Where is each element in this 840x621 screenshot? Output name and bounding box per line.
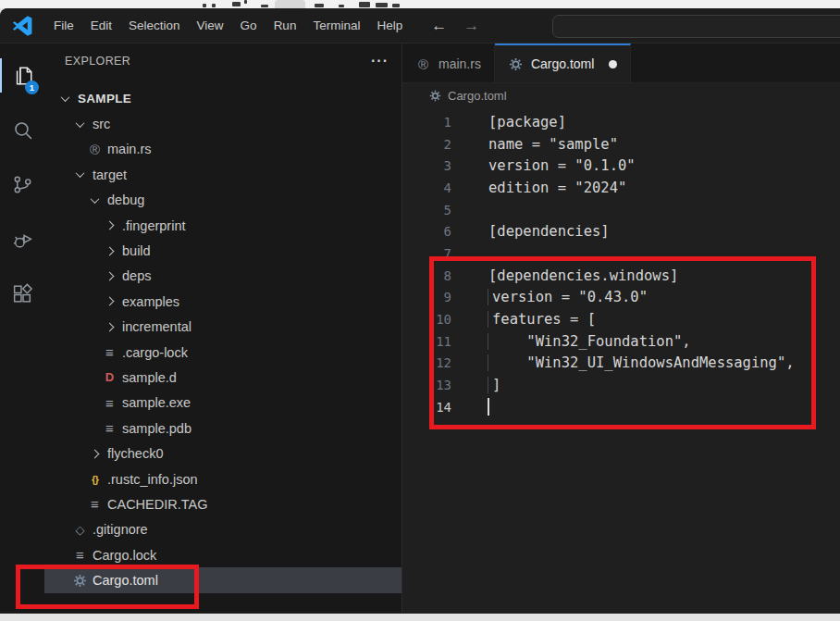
code-line-4[interactable]: 4edition = "2024" <box>402 177 840 199</box>
tree-item-label: .cargo-lock <box>122 345 188 360</box>
tree-item-debug[interactable]: debug <box>44 188 401 213</box>
gear-icon <box>72 574 88 588</box>
explorer-sidebar: EXPLORER ··· SAMPLEsrc®main.rstargetdebu… <box>44 43 402 613</box>
history-back-icon[interactable]: ← <box>431 17 447 35</box>
menu-selection[interactable]: Selection <box>120 14 189 37</box>
tree-item-deps[interactable]: deps <box>44 264 401 289</box>
tree-item-cargo-toml[interactable]: Cargo.toml <box>44 567 401 592</box>
menu-file[interactable]: File <box>45 14 82 37</box>
activity-item-extensions[interactable] <box>0 267 44 321</box>
json-icon: {} <box>87 474 103 485</box>
code-line-12[interactable]: 12 "Win32_UI_WindowsAndMessaging", <box>402 353 840 375</box>
chevron-down-icon[interactable] <box>87 197 103 204</box>
more-actions-icon[interactable]: ··· <box>371 53 389 69</box>
code-line-1[interactable]: 1[package] <box>402 111 840 133</box>
code-text: edition = "2024" <box>488 180 626 196</box>
line-number: 8 <box>402 268 451 283</box>
menu-view[interactable]: View <box>189 14 232 37</box>
extensions-icon <box>11 282 34 305</box>
code-line-7[interactable]: 7 <box>402 242 840 265</box>
activity-item-run-debug[interactable] <box>0 212 44 267</box>
tree-item-label: Cargo.lock <box>93 548 156 563</box>
vscode-window: FileEditSelectionViewGoRunTerminalHelp ←… <box>0 8 840 614</box>
tree-item-cargo-lock[interactable]: ≡Cargo.lock <box>44 542 401 567</box>
editor-tab-bar: ®main.rsCargo.toml <box>402 43 840 83</box>
code-line-10[interactable]: 10features = [ <box>402 308 840 330</box>
breadcrumb-item[interactable]: Cargo.toml <box>448 89 507 103</box>
tree-item-cargo-lock[interactable]: ≡.cargo-lock <box>44 340 401 365</box>
chevron-down-icon[interactable] <box>72 121 88 128</box>
rust-icon: ® <box>415 56 431 72</box>
line-number: 2 <box>402 137 451 152</box>
tree-item-flycheck0[interactable]: flycheck0 <box>44 441 401 466</box>
code-line-2[interactable]: 2name = "sample" <box>402 133 840 155</box>
tree-item-examples[interactable]: examples <box>44 289 401 314</box>
tab-label: Cargo.toml <box>531 56 594 71</box>
file-icon: ≡ <box>102 420 117 436</box>
line-number: 9 <box>402 290 451 304</box>
chevron-right-icon[interactable] <box>102 273 117 279</box>
chevron-down-icon[interactable] <box>72 171 88 178</box>
text-cursor <box>488 398 489 416</box>
history-nav: ← → <box>431 17 479 35</box>
menu-edit[interactable]: Edit <box>82 14 120 37</box>
code-line-9[interactable]: 9version = "0.43.0" <box>402 287 840 309</box>
activity-item-search[interactable] <box>0 103 44 157</box>
chevron-down-icon[interactable] <box>57 95 73 102</box>
bg-text-fragment <box>392 4 400 7</box>
tree-item-label: deps <box>122 268 151 283</box>
tab-cargo-toml[interactable]: Cargo.toml <box>495 43 631 82</box>
chevron-right-icon[interactable] <box>102 298 117 304</box>
breadcrumb[interactable]: Cargo.toml <box>402 83 840 108</box>
chevron-right-icon[interactable] <box>87 451 103 457</box>
menu-run[interactable]: Run <box>266 14 305 37</box>
code-text: [package] <box>488 114 566 130</box>
tree-item-main-rs[interactable]: ®main.rs <box>44 137 401 162</box>
line-number: 10 <box>402 312 451 327</box>
bg-text-fragment <box>212 4 216 7</box>
run-debug-icon <box>11 228 34 251</box>
menu-terminal[interactable]: Terminal <box>304 14 368 37</box>
code-area[interactable]: 1[package]2name = "sample"3version = "0.… <box>402 111 840 418</box>
tree-item-sample-exe[interactable]: ≡sample.exe <box>44 391 401 416</box>
sidebar-header: EXPLORER ··· <box>44 43 401 79</box>
chevron-right-icon[interactable] <box>102 324 117 330</box>
command-center-search-input[interactable] <box>552 15 840 38</box>
tree-item-fingerprint[interactable]: .fingerprint <box>44 213 401 238</box>
tree-item-gitignore[interactable]: ◇.gitignore <box>44 517 401 542</box>
tree-root-sample[interactable]: SAMPLE <box>44 86 401 111</box>
activity-bar: 1 <box>0 43 44 613</box>
code-line-5[interactable]: 5 <box>402 199 840 221</box>
line-number: 14 <box>402 400 451 415</box>
history-forward-icon[interactable]: → <box>463 17 479 35</box>
code-line-13[interactable]: 13] <box>402 374 840 396</box>
menu-go[interactable]: Go <box>232 14 266 37</box>
tree-item-cachedir-tag[interactable]: ≡CACHEDIR.TAG <box>44 491 401 516</box>
chevron-right-icon[interactable] <box>102 222 117 229</box>
activity-item-explorer[interactable]: 1 <box>0 48 44 103</box>
tree-item-build[interactable]: build <box>44 238 401 263</box>
tree-item-target[interactable]: target <box>44 162 401 187</box>
tree-item-incremental[interactable]: incremental <box>44 315 401 340</box>
gitignore-icon: ◇ <box>72 523 88 537</box>
code-line-11[interactable]: 11 "Win32_Foundation", <box>402 330 840 353</box>
bg-pill-fragment <box>275 0 305 8</box>
tab-main-rs[interactable]: ®main.rs <box>402 43 495 82</box>
activity-item-source-control[interactable] <box>0 157 44 212</box>
chevron-right-icon[interactable] <box>102 248 117 255</box>
bg-text-fragment <box>261 5 268 7</box>
bg-text-fragment <box>315 4 324 7</box>
line-number: 12 <box>402 355 451 370</box>
tree-item-sample-d[interactable]: Dsample.d <box>44 365 401 390</box>
code-line-8[interactable]: 8[dependencies.windows] <box>402 265 840 287</box>
bg-text-fragment <box>244 0 247 4</box>
code-line-6[interactable]: 6[dependencies] <box>402 220 840 242</box>
tree-item-label: incremental <box>122 319 191 334</box>
modified-dot-icon[interactable] <box>609 60 617 68</box>
code-line-3[interactable]: 3version = "0.1.0" <box>402 155 840 177</box>
tree-item-sample-pdb[interactable]: ≡sample.pdb <box>44 416 401 441</box>
menu-help[interactable]: Help <box>368 14 411 37</box>
tree-item-src[interactable]: src <box>44 111 401 136</box>
tree-item-rustc-info-json[interactable]: {}.rustc_info.json <box>44 466 401 491</box>
code-line-14[interactable]: 14 <box>402 396 840 418</box>
